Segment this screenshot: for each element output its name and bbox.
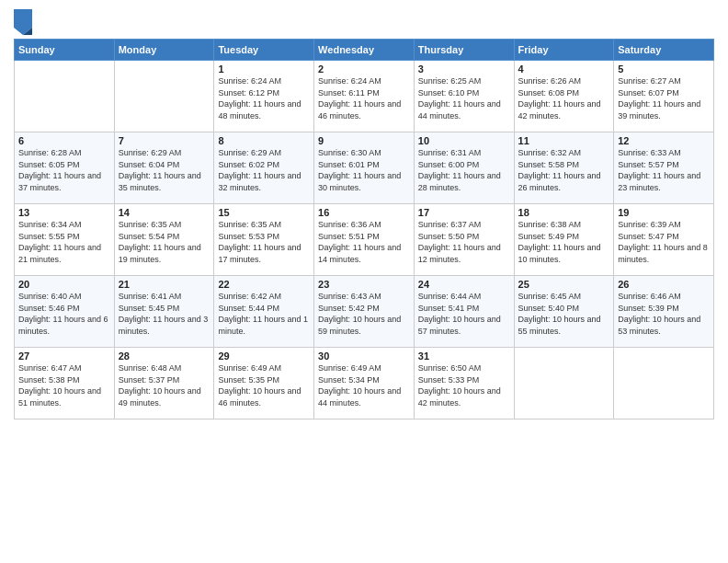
day-info: Sunrise: 6:35 AM Sunset: 5:53 PM Dayligh…	[218, 219, 310, 265]
day-info: Sunrise: 6:43 AM Sunset: 5:42 PM Dayligh…	[318, 291, 410, 337]
calendar-cell: 9Sunrise: 6:30 AM Sunset: 6:01 PM Daylig…	[314, 132, 415, 204]
calendar-cell: 11Sunrise: 6:32 AM Sunset: 5:58 PM Dayli…	[514, 132, 614, 204]
day-info: Sunrise: 6:25 AM Sunset: 6:10 PM Dayligh…	[418, 75, 510, 121]
day-number: 27	[18, 350, 110, 362]
day-number: 10	[418, 135, 510, 146]
calendar-cell: 4Sunrise: 6:26 AM Sunset: 6:08 PM Daylig…	[514, 61, 614, 132]
day-number: 14	[119, 207, 210, 218]
day-info: Sunrise: 6:45 AM Sunset: 5:40 PM Dayligh…	[518, 291, 610, 337]
day-of-week-header: Saturday	[614, 40, 714, 61]
day-number: 29	[218, 350, 310, 362]
logo	[14, 9, 34, 35]
day-info: Sunrise: 6:29 AM Sunset: 6:04 PM Dayligh…	[119, 147, 210, 193]
day-info: Sunrise: 6:37 AM Sunset: 5:50 PM Dayligh…	[418, 219, 510, 265]
calendar-cell: 3Sunrise: 6:25 AM Sunset: 6:10 PM Daylig…	[414, 61, 514, 132]
calendar-table: SundayMondayTuesdayWednesdayThursdayFrid…	[14, 39, 714, 419]
day-number: 6	[18, 135, 110, 146]
day-info: Sunrise: 6:48 AM Sunset: 5:37 PM Dayligh…	[119, 362, 210, 408]
calendar-cell: 22Sunrise: 6:42 AM Sunset: 5:44 PM Dayli…	[214, 276, 314, 348]
day-number: 12	[618, 135, 710, 146]
day-number: 17	[418, 207, 510, 218]
day-of-week-header: Thursday	[414, 40, 514, 61]
day-number: 21	[119, 279, 210, 290]
day-info: Sunrise: 6:29 AM Sunset: 6:02 PM Dayligh…	[218, 147, 310, 193]
calendar-cell: 20Sunrise: 6:40 AM Sunset: 5:46 PM Dayli…	[15, 276, 115, 348]
day-info: Sunrise: 6:46 AM Sunset: 5:39 PM Dayligh…	[618, 291, 710, 337]
calendar-cell: 16Sunrise: 6:36 AM Sunset: 5:51 PM Dayli…	[314, 204, 415, 276]
day-number: 18	[518, 207, 610, 218]
day-info: Sunrise: 6:39 AM Sunset: 5:47 PM Dayligh…	[618, 219, 710, 265]
calendar-cell: 29Sunrise: 6:49 AM Sunset: 5:35 PM Dayli…	[214, 348, 314, 419]
day-number: 26	[618, 279, 710, 290]
day-info: Sunrise: 6:24 AM Sunset: 6:12 PM Dayligh…	[218, 75, 310, 121]
day-info: Sunrise: 6:49 AM Sunset: 5:35 PM Dayligh…	[218, 362, 310, 408]
day-info: Sunrise: 6:24 AM Sunset: 6:11 PM Dayligh…	[318, 75, 410, 121]
day-number: 8	[218, 135, 310, 146]
day-number: 15	[218, 207, 310, 218]
calendar-cell	[614, 348, 714, 419]
calendar-week-row: 6Sunrise: 6:28 AM Sunset: 6:05 PM Daylig…	[15, 132, 714, 204]
day-info: Sunrise: 6:27 AM Sunset: 6:07 PM Dayligh…	[618, 75, 710, 121]
day-info: Sunrise: 6:38 AM Sunset: 5:49 PM Dayligh…	[518, 219, 610, 265]
calendar-week-row: 27Sunrise: 6:47 AM Sunset: 5:38 PM Dayli…	[15, 348, 714, 419]
calendar-cell: 27Sunrise: 6:47 AM Sunset: 5:38 PM Dayli…	[15, 348, 115, 419]
day-number: 28	[119, 350, 210, 362]
calendar-cell: 26Sunrise: 6:46 AM Sunset: 5:39 PM Dayli…	[614, 276, 714, 348]
day-info: Sunrise: 6:40 AM Sunset: 5:46 PM Dayligh…	[18, 291, 110, 337]
day-number: 3	[418, 63, 510, 75]
calendar-cell: 1Sunrise: 6:24 AM Sunset: 6:12 PM Daylig…	[214, 61, 314, 132]
day-info: Sunrise: 6:32 AM Sunset: 5:58 PM Dayligh…	[518, 147, 610, 193]
calendar-cell: 10Sunrise: 6:31 AM Sunset: 6:00 PM Dayli…	[414, 132, 514, 204]
calendar-cell: 5Sunrise: 6:27 AM Sunset: 6:07 PM Daylig…	[614, 61, 714, 132]
calendar-cell: 17Sunrise: 6:37 AM Sunset: 5:50 PM Dayli…	[414, 204, 514, 276]
day-number: 13	[18, 207, 110, 218]
day-number: 9	[318, 135, 410, 146]
day-info: Sunrise: 6:31 AM Sunset: 6:00 PM Dayligh…	[418, 147, 510, 193]
calendar-cell: 19Sunrise: 6:39 AM Sunset: 5:47 PM Dayli…	[614, 204, 714, 276]
day-number: 4	[518, 63, 610, 75]
day-info: Sunrise: 6:50 AM Sunset: 5:33 PM Dayligh…	[418, 362, 510, 408]
day-info: Sunrise: 6:47 AM Sunset: 5:38 PM Dayligh…	[18, 362, 110, 408]
day-number: 22	[218, 279, 310, 290]
calendar-cell	[114, 61, 214, 132]
day-info: Sunrise: 6:49 AM Sunset: 5:34 PM Dayligh…	[318, 362, 410, 408]
header	[14, 9, 714, 35]
calendar-page: SundayMondayTuesdayWednesdayThursdayFrid…	[0, 0, 728, 563]
calendar-cell: 13Sunrise: 6:34 AM Sunset: 5:55 PM Dayli…	[15, 204, 115, 276]
calendar-cell: 6Sunrise: 6:28 AM Sunset: 6:05 PM Daylig…	[15, 132, 115, 204]
day-info: Sunrise: 6:33 AM Sunset: 5:57 PM Dayligh…	[618, 147, 710, 193]
day-number: 24	[418, 279, 510, 290]
calendar-cell: 18Sunrise: 6:38 AM Sunset: 5:49 PM Dayli…	[514, 204, 614, 276]
day-number: 11	[518, 135, 610, 146]
day-info: Sunrise: 6:36 AM Sunset: 5:51 PM Dayligh…	[318, 219, 410, 265]
calendar-cell: 2Sunrise: 6:24 AM Sunset: 6:11 PM Daylig…	[314, 61, 415, 132]
day-of-week-header: Monday	[114, 40, 214, 61]
calendar-cell: 24Sunrise: 6:44 AM Sunset: 5:41 PM Dayli…	[414, 276, 514, 348]
calendar-cell: 30Sunrise: 6:49 AM Sunset: 5:34 PM Dayli…	[314, 348, 415, 419]
day-number: 31	[418, 350, 510, 362]
calendar-cell	[15, 61, 115, 132]
day-of-week-header: Friday	[514, 40, 614, 61]
logo-icon	[14, 9, 32, 35]
calendar-cell	[514, 348, 614, 419]
day-number: 30	[318, 350, 410, 362]
calendar-cell: 21Sunrise: 6:41 AM Sunset: 5:45 PM Dayli…	[114, 276, 214, 348]
calendar-cell: 31Sunrise: 6:50 AM Sunset: 5:33 PM Dayli…	[414, 348, 514, 419]
day-info: Sunrise: 6:34 AM Sunset: 5:55 PM Dayligh…	[18, 219, 110, 265]
day-info: Sunrise: 6:30 AM Sunset: 6:01 PM Dayligh…	[318, 147, 410, 193]
calendar-cell: 25Sunrise: 6:45 AM Sunset: 5:40 PM Dayli…	[514, 276, 614, 348]
calendar-cell: 23Sunrise: 6:43 AM Sunset: 5:42 PM Dayli…	[314, 276, 415, 348]
calendar-cell: 7Sunrise: 6:29 AM Sunset: 6:04 PM Daylig…	[114, 132, 214, 204]
day-number: 20	[18, 279, 110, 290]
day-number: 7	[119, 135, 210, 146]
day-number: 25	[518, 279, 610, 290]
day-info: Sunrise: 6:35 AM Sunset: 5:54 PM Dayligh…	[119, 219, 210, 265]
calendar-week-row: 13Sunrise: 6:34 AM Sunset: 5:55 PM Dayli…	[15, 204, 714, 276]
calendar-week-row: 1Sunrise: 6:24 AM Sunset: 6:12 PM Daylig…	[15, 61, 714, 132]
day-number: 19	[618, 207, 710, 218]
calendar-week-row: 20Sunrise: 6:40 AM Sunset: 5:46 PM Dayli…	[15, 276, 714, 348]
calendar-cell: 8Sunrise: 6:29 AM Sunset: 6:02 PM Daylig…	[214, 132, 314, 204]
day-number: 23	[318, 279, 410, 290]
calendar-cell: 15Sunrise: 6:35 AM Sunset: 5:53 PM Dayli…	[214, 204, 314, 276]
day-of-week-header: Tuesday	[214, 40, 314, 61]
